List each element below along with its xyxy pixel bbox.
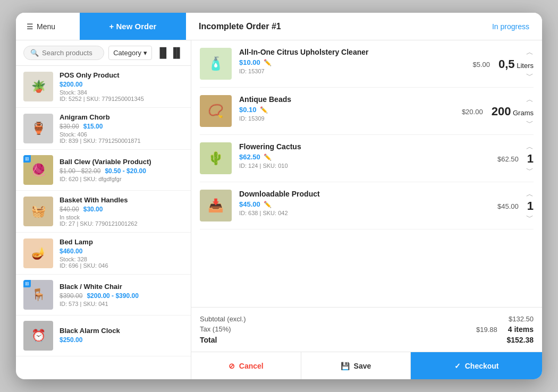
item-unit: Liters <box>515 62 534 70</box>
search-input[interactable] <box>42 49 97 57</box>
chevron-down-icon: ▾ <box>143 49 147 57</box>
product-sale-price: $30.00 <box>83 206 103 213</box>
items-count-badge: 4 items <box>508 325 534 334</box>
main-body: 🔍 Category ▾ ▐▌▐▌ 🪴 POS Only Product $20… <box>16 40 542 379</box>
order-item-info: Flowering Cactus $62.50 ✏️ ID: 124 | SKU… <box>239 142 449 169</box>
total-value: $152.38 <box>506 336 534 344</box>
tax-label: Tax (15%) <box>200 325 231 334</box>
order-summary: Subtotal (excl.) $132.50 Tax (15%) $19.8… <box>191 307 542 352</box>
order-item-name: Downloadable Product <box>239 190 449 198</box>
order-item-thumbnail: 📿 <box>200 95 232 127</box>
order-item: 📥 Downloadable Product $45.00 ✏️ ID: 638… <box>200 182 534 229</box>
checkmark-icon: ✓ <box>454 362 461 370</box>
product-list-item[interactable]: ⊞ 🪑 Black / White Chair $390.00$200.00 -… <box>16 275 191 316</box>
chevron-up-icon[interactable]: ︿ <box>526 95 534 105</box>
product-price-row: $460.00 <box>60 248 183 255</box>
product-sale-price: $200.00 - $390.00 <box>87 292 138 300</box>
order-item-price: $45.00 <box>239 200 260 208</box>
product-original-price: $30.00 <box>60 123 79 130</box>
menu-icon: ☰ <box>27 22 33 31</box>
edit-price-icon[interactable]: ✏️ <box>264 59 272 66</box>
checkout-label: Checkout <box>465 362 499 370</box>
chevron-up-icon[interactable]: ︿ <box>526 142 534 152</box>
new-order-label: + New Order <box>109 22 157 31</box>
edit-price-icon[interactable]: ✏️ <box>264 154 272 161</box>
product-list-item[interactable]: 🪴 POS Only Product $200.00 Stock: 384 ID… <box>16 66 191 108</box>
cancel-icon: ⊘ <box>229 362 235 370</box>
product-price: $200.00 <box>60 81 82 88</box>
cancel-button[interactable]: ⊘ Cancel <box>191 352 301 379</box>
item-unit-price: $5.00 <box>472 61 490 69</box>
new-order-button[interactable]: + New Order <box>80 13 186 40</box>
order-item-price: $10.00 <box>239 58 260 66</box>
product-list: 🪴 POS Only Product $200.00 Stock: 384 ID… <box>16 66 191 379</box>
checkout-button[interactable]: ✓ Checkout <box>411 352 542 379</box>
menu-label: Menu <box>37 22 55 31</box>
product-thumbnail: 🧺 <box>23 197 53 226</box>
product-stock: Stock: 328 <box>60 256 183 262</box>
search-input-wrap[interactable]: 🔍 <box>23 46 104 60</box>
order-item-right: ︿ $5.00 0,5 Liters ﹀ <box>449 48 534 80</box>
product-list-item[interactable]: 🪔 Bed Lamp $460.00 Stock: 328 ID: 696 | … <box>16 233 191 275</box>
chevron-down-icon[interactable]: ﹀ <box>526 166 534 175</box>
product-list-item[interactable]: ⊞ 🧶 Ball Clew (Variable Product) $1.00 -… <box>16 150 191 191</box>
product-name: Bed Lamp <box>60 238 183 246</box>
order-item-name: Antique Beads <box>239 95 449 104</box>
order-item-info: Antique Beads $0.10 ✏️ ID: 15309 <box>239 95 449 122</box>
tax-row: Tax (15%) $19.88 4 items <box>200 325 534 334</box>
product-list-item[interactable]: 🏺 Anigram Chorb $30.00$15.00 Stock: 406 … <box>16 108 191 150</box>
order-item-id: ID: 15307 <box>239 68 449 74</box>
save-icon: 💾 <box>341 362 350 370</box>
order-item-info: Downloadable Product $45.00 ✏️ ID: 638 |… <box>239 190 449 216</box>
order-items-list: 🧴 All-In-One Citrus Upholstery Cleaner $… <box>191 40 542 307</box>
order-item-thumbnail: 🌵 <box>200 142 232 174</box>
chevron-up-icon[interactable]: ︿ <box>526 190 534 199</box>
barcode-icon[interactable]: ▐▌▐▌ <box>156 47 183 58</box>
product-price-row: $30.00$15.00 <box>60 123 183 130</box>
product-thumbnail: 🪴 <box>23 72 53 101</box>
order-item-id: ID: 15309 <box>239 115 449 122</box>
product-thumbnail: ⊞ 🧶 <box>23 155 53 185</box>
product-name: Anigram Chorb <box>60 113 183 121</box>
product-info: Black / White Chair $390.00$200.00 - $39… <box>60 283 183 307</box>
save-button[interactable]: 💾 Save <box>301 352 411 379</box>
product-stock: Stock: 406 <box>60 131 183 138</box>
product-thumbnail: 🏺 <box>23 114 53 143</box>
product-info: Bed Lamp $460.00 Stock: 328 ID: 696 | SK… <box>60 238 183 269</box>
category-dropdown[interactable]: Category ▾ <box>108 46 152 60</box>
product-name: Black / White Chair <box>60 283 183 291</box>
chevron-down-icon[interactable]: ﹀ <box>526 213 534 223</box>
tax-value: $19.88 <box>476 326 497 334</box>
item-unit-price: $45.00 <box>497 202 519 210</box>
variable-badge: ⊞ <box>23 155 31 163</box>
order-item-thumbnail: 📥 <box>200 190 232 221</box>
chevron-down-icon[interactable]: ﹀ <box>526 118 534 128</box>
order-item-price-row: $0.10 ✏️ <box>239 106 449 114</box>
order-item: 📿 Antique Beads $0.10 ✏️ ID: 15309 ︿ $20… <box>200 88 534 135</box>
qty-price-row: $62.50 1 <box>497 152 534 166</box>
qty-price-row: $5.00 0,5 Liters <box>472 57 534 71</box>
chevron-up-icon[interactable]: ︿ <box>526 48 534 57</box>
product-list-item[interactable]: 🧺 Basket With Handles $40.00$30.00 In st… <box>16 191 191 233</box>
edit-price-icon[interactable]: ✏️ <box>260 106 268 114</box>
cancel-label: Cancel <box>239 362 264 370</box>
product-original-price: $40.00 <box>60 206 79 213</box>
chevron-down-icon[interactable]: ﹀ <box>526 71 534 81</box>
edit-price-icon[interactable]: ✏️ <box>264 201 272 208</box>
variable-badge: ⊞ <box>23 280 31 287</box>
product-list-item[interactable]: ⏰ Black Alarm Clock $250.00 <box>16 316 191 356</box>
product-name: Black Alarm Clock <box>60 327 183 335</box>
product-meta: ID: 696 | SKU: 046 <box>60 262 183 269</box>
product-meta: ID: 573 | SKU: 041 <box>60 301 183 307</box>
category-label: Category <box>113 49 141 57</box>
menu-button[interactable]: ☰ Menu <box>16 22 80 31</box>
product-name: POS Only Product <box>60 71 183 79</box>
qty-price-row: $20.00 200 Grams <box>462 105 534 118</box>
subtotal-row: Subtotal (excl.) $132.50 <box>200 315 534 323</box>
header: ☰ Menu + New Order Incomplete Order #1 I… <box>16 13 542 40</box>
product-original-price: $390.00 <box>60 292 82 300</box>
total-label: Total <box>200 336 217 344</box>
product-thumbnail: 🪔 <box>23 238 53 268</box>
order-title: Incomplete Order #1 <box>186 22 479 31</box>
product-price-row: $200.00 <box>60 81 183 88</box>
